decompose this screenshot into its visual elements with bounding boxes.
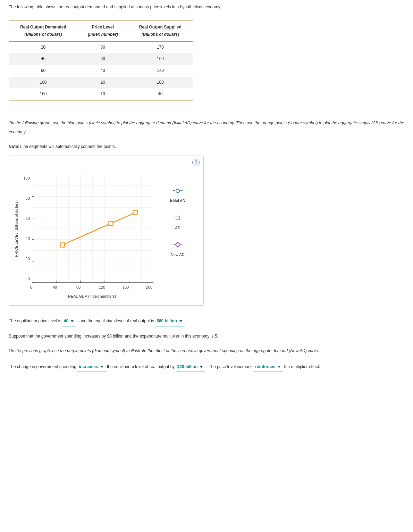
- cell: 20: [78, 77, 128, 89]
- table-row: 20 80 170: [9, 41, 193, 53]
- help-icon[interactable]: ?: [192, 159, 200, 166]
- header-line1: Price Level: [92, 25, 114, 30]
- gov-spending-para: Suppose that the government spending inc…: [9, 333, 404, 340]
- x-ticks: 0 40 80 120 160 200: [31, 284, 153, 291]
- chevron-down-icon: [100, 366, 104, 368]
- table-row: 60 40 140: [9, 65, 193, 77]
- cell: 40: [78, 65, 128, 77]
- svg-rect-36: [60, 243, 64, 247]
- cell: 160: [9, 88, 78, 100]
- dropdown-value: $60 billion: [157, 318, 177, 323]
- chevron-down-icon: [70, 320, 74, 322]
- cell: 100: [128, 77, 193, 89]
- x-axis-label: REAL GDP (Index numbers): [31, 293, 153, 300]
- instruction-2: On the previous graph, use the purple po…: [9, 346, 404, 355]
- dropdown-value: increases: [79, 364, 98, 369]
- y-tick: 0: [22, 276, 30, 283]
- header-line1: Real Output Demanded: [20, 25, 66, 30]
- y-tick: 80: [22, 195, 30, 202]
- note-text: : Line segments will automatically conne…: [18, 144, 116, 149]
- cell: 160: [128, 53, 193, 65]
- legend-label: New AD: [160, 251, 195, 258]
- dropdown-value: reinforces: [255, 364, 275, 369]
- header-line2: (Billions of dollars): [15, 31, 71, 41]
- q2-text: The change in government spending: [9, 364, 77, 369]
- legend-item-as[interactable]: AS: [160, 214, 195, 232]
- square-icon: [176, 216, 180, 220]
- cell: 40: [9, 53, 78, 65]
- cell: 100: [9, 77, 78, 89]
- q1-text: The equilibrium price level is: [9, 318, 62, 323]
- table-row: 160 10 40: [9, 88, 193, 100]
- header-line1: Real Output Supplied: [139, 25, 182, 30]
- col-header: Real Output Demanded (Billions of dollar…: [9, 20, 78, 41]
- chevron-down-icon: [277, 366, 281, 368]
- x-tick: 200: [146, 284, 153, 291]
- legend-palette: Initial AD AS New AD: [153, 156, 199, 305]
- svg-rect-38: [133, 211, 137, 215]
- table-row: 100 20 100: [9, 77, 193, 89]
- dropdown-value: 40: [64, 318, 68, 323]
- x-tick: 160: [122, 284, 129, 291]
- cell: 60: [78, 53, 128, 65]
- header-line2: (Index number): [84, 31, 122, 41]
- y-axis-label: PRICE LEVEL (Billions of dollars): [13, 200, 20, 257]
- cell: 170: [128, 41, 193, 53]
- y-ticks: 100 80 60 40 20 0: [22, 175, 30, 283]
- dropdown-equilibrium-output[interactable]: $60 billion: [155, 316, 185, 326]
- cell: 140: [128, 65, 193, 77]
- plot-area[interactable]: PRICE LEVEL (Billions of dollars) 100 80…: [9, 156, 153, 305]
- diamond-icon: [175, 242, 180, 248]
- dropdown-equilibrium-price[interactable]: 40: [62, 316, 76, 326]
- note-line: Note: Line segments will automatically c…: [9, 143, 404, 151]
- cell: 20: [9, 41, 78, 53]
- y-tick: 40: [22, 235, 30, 242]
- question-1: The equilibrium price level is 40 , and …: [9, 316, 404, 326]
- circle-icon: [176, 189, 180, 193]
- x-tick: 120: [99, 284, 106, 291]
- cell: 60: [9, 65, 78, 77]
- col-header: Price Level (Index number): [78, 20, 128, 41]
- legend-label: Initial AD: [160, 198, 195, 205]
- q1-text: , and the equilibrium level of real outp…: [77, 318, 155, 323]
- x-tick: 80: [75, 284, 82, 291]
- y-tick: 60: [22, 215, 30, 222]
- cell: 80: [78, 41, 128, 53]
- q2-text: . The price level increase: [206, 364, 254, 369]
- intro-text: The following table shows the real outpu…: [9, 3, 404, 11]
- x-tick: 0: [28, 284, 35, 291]
- chevron-down-icon: [200, 366, 203, 368]
- table-row: 40 60 160: [9, 53, 193, 65]
- legend-item-new-ad[interactable]: New AD: [160, 241, 195, 258]
- q2-text: the multiplier effect.: [284, 364, 320, 369]
- dropdown-value: $20 billion: [177, 364, 198, 369]
- header-line2: (Billions of dollars): [134, 31, 186, 41]
- svg-rect-37: [109, 222, 113, 226]
- col-header: Real Output Supplied (Billions of dollar…: [128, 20, 193, 41]
- instruction-1: On the following graph, use the blue poi…: [9, 118, 404, 137]
- data-table: Real Output Demanded (Billions of dollar…: [9, 20, 193, 101]
- note-label: Note: [9, 144, 18, 149]
- q1-text: .: [186, 318, 187, 323]
- x-tick: 40: [51, 284, 58, 291]
- cell: 10: [78, 88, 128, 100]
- y-tick: 100: [22, 175, 30, 182]
- question-2: The change in government spending increa…: [9, 362, 404, 372]
- chevron-down-icon: [179, 320, 183, 322]
- q2-text: the equilibrium level of real output by: [107, 364, 176, 369]
- cell: 40: [128, 88, 193, 100]
- interactive-graph[interactable]: ? PRICE LEVEL (Billions of dollars) 100 …: [9, 156, 204, 306]
- legend-item-initial-ad[interactable]: Initial AD: [160, 187, 195, 205]
- y-tick: 20: [22, 256, 30, 263]
- dropdown-reinforces[interactable]: reinforces: [254, 362, 283, 372]
- dropdown-direction[interactable]: increases: [77, 362, 106, 372]
- plot-canvas[interactable]: [32, 175, 153, 283]
- legend-label: AS: [160, 225, 195, 232]
- dropdown-output-change[interactable]: $20 billion: [176, 362, 205, 372]
